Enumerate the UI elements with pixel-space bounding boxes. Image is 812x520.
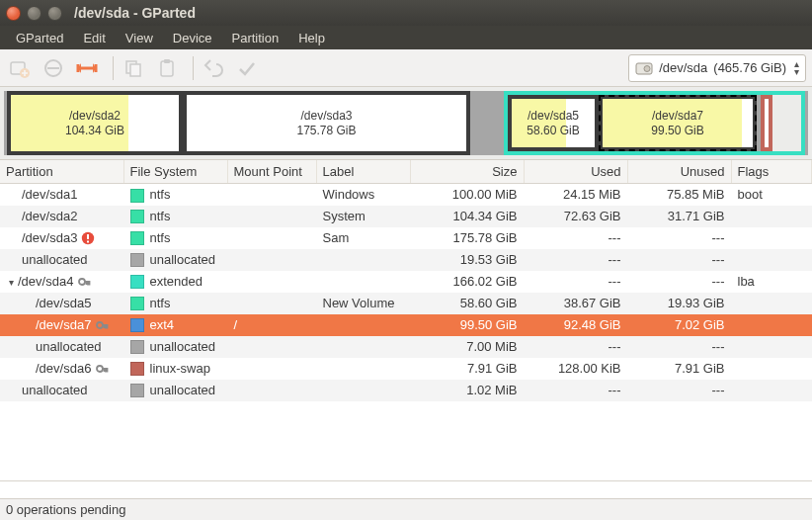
menu-edit[interactable]: Edit bbox=[73, 28, 115, 48]
resize-move-button[interactable] bbox=[73, 54, 101, 82]
map-partition-sda5[interactable]: /dev/sda558.60 GiB bbox=[508, 95, 599, 151]
window-title: /dev/sda - GParted bbox=[74, 5, 196, 21]
cell-unused: 7.02 GiB bbox=[627, 314, 731, 336]
partition-table: Partition File System Mount Point Label … bbox=[0, 160, 812, 480]
menu-partition[interactable]: Partition bbox=[222, 28, 289, 48]
menu-view[interactable]: View bbox=[116, 28, 163, 48]
col-mount[interactable]: Mount Point bbox=[227, 160, 316, 184]
window-minimize-button[interactable] bbox=[27, 6, 41, 21]
cell-flags bbox=[731, 314, 812, 336]
cell-unused: 75.85 MiB bbox=[627, 184, 731, 206]
undo-icon bbox=[203, 58, 224, 78]
copy-button[interactable] bbox=[120, 54, 147, 82]
titlebar: /dev/sda - GParted bbox=[0, 0, 812, 26]
map-partition-sda7[interactable]: /dev/sda799.50 GiB bbox=[599, 95, 757, 151]
cell-mount bbox=[227, 293, 316, 314]
device-selector[interactable]: /dev/sda (465.76 GiB) ▴▾ bbox=[628, 54, 806, 82]
cell-unused: --- bbox=[627, 271, 731, 293]
fs-swatch bbox=[130, 189, 144, 203]
col-partition[interactable]: Partition bbox=[0, 160, 123, 184]
svg-rect-6 bbox=[164, 59, 170, 63]
fs-swatch bbox=[130, 275, 144, 289]
table-row[interactable]: unallocated unallocated19.53 GiB------ bbox=[0, 249, 812, 271]
table-row[interactable]: /dev/sda3 ntfsSam175.78 GiB------ bbox=[0, 227, 812, 249]
key-icon bbox=[95, 318, 109, 332]
map-extended-container[interactable]: /dev/sda558.60 GiB /dev/sda799.50 GiB bbox=[504, 91, 805, 155]
col-flags[interactable]: Flags bbox=[731, 160, 812, 184]
toolbar-separator bbox=[193, 56, 194, 80]
col-size[interactable]: Size bbox=[410, 160, 524, 184]
col-used[interactable]: Used bbox=[524, 160, 627, 184]
cell-size: 1.02 MiB bbox=[410, 380, 524, 401]
window-close-button[interactable] bbox=[6, 6, 21, 21]
apply-button[interactable] bbox=[233, 54, 261, 82]
col-unused[interactable]: Unused bbox=[627, 160, 731, 184]
table-row[interactable]: ▾/dev/sda4 extended166.02 GiB------lba bbox=[0, 271, 812, 293]
undo-button[interactable] bbox=[200, 54, 227, 82]
delete-icon bbox=[42, 57, 64, 79]
map-partition-swap[interactable] bbox=[761, 95, 772, 151]
table-row[interactable]: /dev/sda6 linux-swap7.91 GiB128.00 KiB7.… bbox=[0, 358, 812, 380]
cell-mount bbox=[227, 184, 316, 206]
cell-label bbox=[316, 336, 410, 358]
cell-fs: ntfs bbox=[123, 184, 227, 206]
key-icon bbox=[95, 362, 109, 376]
cell-flags bbox=[731, 336, 812, 358]
svg-point-8 bbox=[644, 65, 650, 71]
svg-rect-10 bbox=[87, 234, 89, 239]
cell-size: 58.60 GiB bbox=[410, 293, 524, 314]
cell-used: 38.67 GiB bbox=[524, 293, 627, 314]
cell-fs: extended bbox=[123, 271, 227, 293]
cell-label: System bbox=[316, 206, 410, 227]
svg-rect-4 bbox=[130, 64, 140, 76]
table-row[interactable]: /dev/sda5 ntfsNew Volume58.60 GiB38.67 G… bbox=[0, 293, 812, 314]
cell-partition: /dev/sda2 bbox=[0, 206, 123, 227]
cell-mount bbox=[227, 271, 316, 293]
cell-flags bbox=[731, 293, 812, 314]
delete-partition-button[interactable] bbox=[40, 54, 67, 82]
cell-unused: 31.71 GiB bbox=[627, 206, 731, 227]
table-row[interactable]: /dev/sda1 ntfsWindows100.00 MiB24.15 MiB… bbox=[0, 184, 812, 206]
cell-unused: 19.93 GiB bbox=[627, 293, 731, 314]
menu-device[interactable]: Device bbox=[163, 28, 222, 48]
disk-icon bbox=[635, 59, 653, 77]
map-gap-unallocated[interactable] bbox=[470, 91, 504, 155]
fs-swatch bbox=[130, 362, 144, 376]
fs-swatch bbox=[130, 384, 144, 397]
table-row[interactable]: unallocated unallocated1.02 MiB------ bbox=[0, 380, 812, 401]
cell-size: 99.50 GiB bbox=[410, 314, 524, 336]
cell-mount: / bbox=[227, 314, 316, 336]
menu-gparted[interactable]: GParted bbox=[6, 28, 73, 48]
fs-swatch bbox=[130, 318, 144, 332]
menu-help[interactable]: Help bbox=[288, 28, 335, 48]
map-partition-sda2[interactable]: /dev/sda2104.34 GiB bbox=[7, 91, 183, 155]
cell-partition: unallocated bbox=[0, 380, 123, 401]
map-partition-sda3[interactable]: /dev/sda3175.78 GiB bbox=[183, 91, 470, 155]
fs-swatch bbox=[130, 340, 144, 354]
cell-mount bbox=[227, 227, 316, 249]
cell-unused: 7.91 GiB bbox=[627, 358, 731, 380]
expander-icon[interactable]: ▾ bbox=[6, 277, 16, 288]
map-gap bbox=[805, 91, 808, 155]
toolbar-separator bbox=[113, 56, 114, 80]
table-row[interactable]: /dev/sda2 ntfsSystem104.34 GiB72.63 GiB3… bbox=[0, 206, 812, 227]
table-row[interactable]: unallocated unallocated7.00 MiB------ bbox=[0, 336, 812, 358]
cell-size: 7.00 MiB bbox=[410, 336, 524, 358]
cell-fs: unallocated bbox=[123, 380, 227, 401]
menubar: GParted Edit View Device Partition Help bbox=[0, 26, 812, 49]
new-partition-button[interactable] bbox=[6, 54, 34, 82]
cell-flags bbox=[731, 206, 812, 227]
col-label[interactable]: Label bbox=[316, 160, 410, 184]
cell-label: Windows bbox=[316, 184, 410, 206]
paste-button[interactable] bbox=[153, 54, 181, 82]
cell-size: 104.34 GiB bbox=[410, 206, 524, 227]
svg-rect-5 bbox=[161, 61, 173, 76]
cell-size: 7.91 GiB bbox=[410, 358, 524, 380]
cell-unused: --- bbox=[627, 336, 731, 358]
col-fs[interactable]: File System bbox=[123, 160, 227, 184]
cell-size: 100.00 MiB bbox=[410, 184, 524, 206]
cell-unused: --- bbox=[627, 249, 731, 271]
table-row[interactable]: /dev/sda7 ext4/99.50 GiB92.48 GiB7.02 Gi… bbox=[0, 314, 812, 336]
window-maximize-button[interactable] bbox=[47, 6, 62, 21]
device-path: /dev/sda bbox=[659, 60, 707, 75]
